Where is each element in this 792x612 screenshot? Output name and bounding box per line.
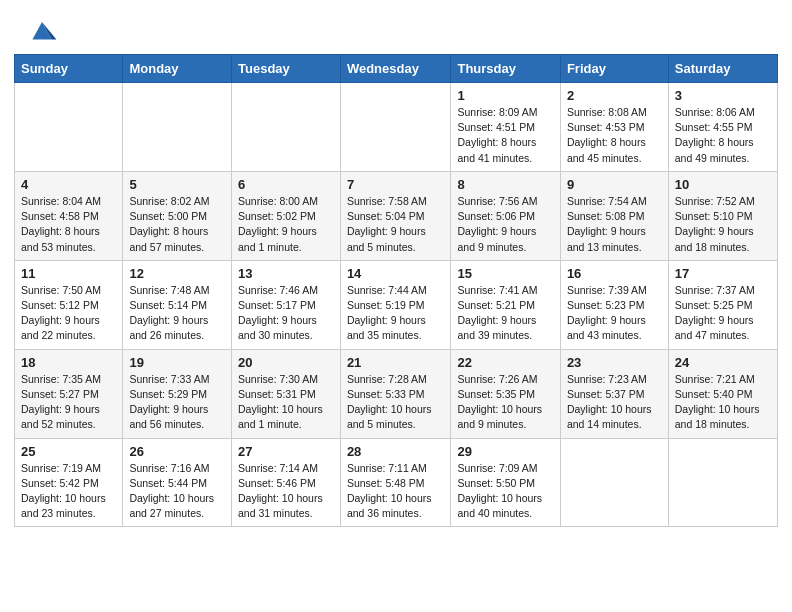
calendar-week-row: 4Sunrise: 8:04 AMSunset: 4:58 PMDaylight…: [15, 171, 778, 260]
calendar-cell: 13Sunrise: 7:46 AMSunset: 5:17 PMDayligh…: [232, 260, 341, 349]
calendar-cell: 14Sunrise: 7:44 AMSunset: 5:19 PMDayligh…: [340, 260, 451, 349]
day-number: 16: [567, 266, 662, 281]
day-info: Sunrise: 8:06 AMSunset: 4:55 PMDaylight:…: [675, 105, 771, 166]
calendar-week-row: 18Sunrise: 7:35 AMSunset: 5:27 PMDayligh…: [15, 349, 778, 438]
day-number: 2: [567, 88, 662, 103]
calendar-cell: 26Sunrise: 7:16 AMSunset: 5:44 PMDayligh…: [123, 438, 232, 527]
calendar-cell: 21Sunrise: 7:28 AMSunset: 5:33 PMDayligh…: [340, 349, 451, 438]
calendar-cell: [560, 438, 668, 527]
day-info: Sunrise: 7:54 AMSunset: 5:08 PMDaylight:…: [567, 194, 662, 255]
calendar-cell: 1Sunrise: 8:09 AMSunset: 4:51 PMDaylight…: [451, 83, 560, 172]
logo-icon: [26, 14, 58, 46]
page-header: [0, 0, 792, 54]
calendar-cell: [15, 83, 123, 172]
calendar-cell: 6Sunrise: 8:00 AMSunset: 5:02 PMDaylight…: [232, 171, 341, 260]
calendar-week-row: 11Sunrise: 7:50 AMSunset: 5:12 PMDayligh…: [15, 260, 778, 349]
day-info: Sunrise: 7:09 AMSunset: 5:50 PMDaylight:…: [457, 461, 553, 522]
day-info: Sunrise: 8:00 AMSunset: 5:02 PMDaylight:…: [238, 194, 334, 255]
calendar-cell: 12Sunrise: 7:48 AMSunset: 5:14 PMDayligh…: [123, 260, 232, 349]
calendar-week-row: 25Sunrise: 7:19 AMSunset: 5:42 PMDayligh…: [15, 438, 778, 527]
day-number: 18: [21, 355, 116, 370]
day-info: Sunrise: 8:04 AMSunset: 4:58 PMDaylight:…: [21, 194, 116, 255]
day-info: Sunrise: 7:48 AMSunset: 5:14 PMDaylight:…: [129, 283, 225, 344]
weekday-header: Monday: [123, 55, 232, 83]
calendar-cell: 27Sunrise: 7:14 AMSunset: 5:46 PMDayligh…: [232, 438, 341, 527]
calendar-cell: 17Sunrise: 7:37 AMSunset: 5:25 PMDayligh…: [668, 260, 777, 349]
day-info: Sunrise: 7:23 AMSunset: 5:37 PMDaylight:…: [567, 372, 662, 433]
calendar-cell: [232, 83, 341, 172]
day-number: 25: [21, 444, 116, 459]
day-number: 24: [675, 355, 771, 370]
day-info: Sunrise: 8:08 AMSunset: 4:53 PMDaylight:…: [567, 105, 662, 166]
day-number: 4: [21, 177, 116, 192]
calendar-cell: 28Sunrise: 7:11 AMSunset: 5:48 PMDayligh…: [340, 438, 451, 527]
day-info: Sunrise: 8:09 AMSunset: 4:51 PMDaylight:…: [457, 105, 553, 166]
day-number: 22: [457, 355, 553, 370]
day-info: Sunrise: 7:39 AMSunset: 5:23 PMDaylight:…: [567, 283, 662, 344]
day-info: Sunrise: 7:33 AMSunset: 5:29 PMDaylight:…: [129, 372, 225, 433]
calendar-cell: 5Sunrise: 8:02 AMSunset: 5:00 PMDaylight…: [123, 171, 232, 260]
day-number: 15: [457, 266, 553, 281]
day-number: 9: [567, 177, 662, 192]
calendar-cell: 8Sunrise: 7:56 AMSunset: 5:06 PMDaylight…: [451, 171, 560, 260]
weekday-header: Sunday: [15, 55, 123, 83]
day-number: 13: [238, 266, 334, 281]
calendar-cell: 15Sunrise: 7:41 AMSunset: 5:21 PMDayligh…: [451, 260, 560, 349]
day-info: Sunrise: 7:11 AMSunset: 5:48 PMDaylight:…: [347, 461, 445, 522]
calendar-cell: 10Sunrise: 7:52 AMSunset: 5:10 PMDayligh…: [668, 171, 777, 260]
day-number: 21: [347, 355, 445, 370]
day-info: Sunrise: 7:19 AMSunset: 5:42 PMDaylight:…: [21, 461, 116, 522]
calendar-cell: [123, 83, 232, 172]
day-number: 23: [567, 355, 662, 370]
calendar-table: SundayMondayTuesdayWednesdayThursdayFrid…: [14, 54, 778, 527]
day-number: 14: [347, 266, 445, 281]
day-info: Sunrise: 7:35 AMSunset: 5:27 PMDaylight:…: [21, 372, 116, 433]
calendar-cell: 3Sunrise: 8:06 AMSunset: 4:55 PMDaylight…: [668, 83, 777, 172]
weekday-header: Wednesday: [340, 55, 451, 83]
day-number: 12: [129, 266, 225, 281]
calendar-wrap: SundayMondayTuesdayWednesdayThursdayFrid…: [0, 54, 792, 541]
day-number: 11: [21, 266, 116, 281]
weekday-header: Friday: [560, 55, 668, 83]
day-info: Sunrise: 7:50 AMSunset: 5:12 PMDaylight:…: [21, 283, 116, 344]
calendar-cell: 7Sunrise: 7:58 AMSunset: 5:04 PMDaylight…: [340, 171, 451, 260]
day-number: 19: [129, 355, 225, 370]
day-info: Sunrise: 7:26 AMSunset: 5:35 PMDaylight:…: [457, 372, 553, 433]
calendar-cell: 19Sunrise: 7:33 AMSunset: 5:29 PMDayligh…: [123, 349, 232, 438]
day-info: Sunrise: 7:58 AMSunset: 5:04 PMDaylight:…: [347, 194, 445, 255]
day-info: Sunrise: 8:02 AMSunset: 5:00 PMDaylight:…: [129, 194, 225, 255]
calendar-week-row: 1Sunrise: 8:09 AMSunset: 4:51 PMDaylight…: [15, 83, 778, 172]
day-number: 7: [347, 177, 445, 192]
calendar-cell: 24Sunrise: 7:21 AMSunset: 5:40 PMDayligh…: [668, 349, 777, 438]
weekday-header-row: SundayMondayTuesdayWednesdayThursdayFrid…: [15, 55, 778, 83]
day-info: Sunrise: 7:30 AMSunset: 5:31 PMDaylight:…: [238, 372, 334, 433]
calendar-cell: 29Sunrise: 7:09 AMSunset: 5:50 PMDayligh…: [451, 438, 560, 527]
calendar-cell: 11Sunrise: 7:50 AMSunset: 5:12 PMDayligh…: [15, 260, 123, 349]
calendar-cell: 9Sunrise: 7:54 AMSunset: 5:08 PMDaylight…: [560, 171, 668, 260]
day-number: 10: [675, 177, 771, 192]
day-number: 5: [129, 177, 225, 192]
day-info: Sunrise: 7:14 AMSunset: 5:46 PMDaylight:…: [238, 461, 334, 522]
day-number: 27: [238, 444, 334, 459]
calendar-cell: 16Sunrise: 7:39 AMSunset: 5:23 PMDayligh…: [560, 260, 668, 349]
day-info: Sunrise: 7:21 AMSunset: 5:40 PMDaylight:…: [675, 372, 771, 433]
day-number: 8: [457, 177, 553, 192]
day-number: 29: [457, 444, 553, 459]
day-info: Sunrise: 7:44 AMSunset: 5:19 PMDaylight:…: [347, 283, 445, 344]
day-number: 6: [238, 177, 334, 192]
logo: [24, 18, 58, 46]
calendar-cell: [668, 438, 777, 527]
calendar-cell: 4Sunrise: 8:04 AMSunset: 4:58 PMDaylight…: [15, 171, 123, 260]
weekday-header: Saturday: [668, 55, 777, 83]
calendar-body: 1Sunrise: 8:09 AMSunset: 4:51 PMDaylight…: [15, 83, 778, 527]
day-info: Sunrise: 7:16 AMSunset: 5:44 PMDaylight:…: [129, 461, 225, 522]
day-number: 28: [347, 444, 445, 459]
day-number: 1: [457, 88, 553, 103]
day-number: 3: [675, 88, 771, 103]
calendar-cell: 25Sunrise: 7:19 AMSunset: 5:42 PMDayligh…: [15, 438, 123, 527]
day-info: Sunrise: 7:52 AMSunset: 5:10 PMDaylight:…: [675, 194, 771, 255]
calendar-cell: 18Sunrise: 7:35 AMSunset: 5:27 PMDayligh…: [15, 349, 123, 438]
day-info: Sunrise: 7:28 AMSunset: 5:33 PMDaylight:…: [347, 372, 445, 433]
day-info: Sunrise: 7:46 AMSunset: 5:17 PMDaylight:…: [238, 283, 334, 344]
calendar-cell: [340, 83, 451, 172]
